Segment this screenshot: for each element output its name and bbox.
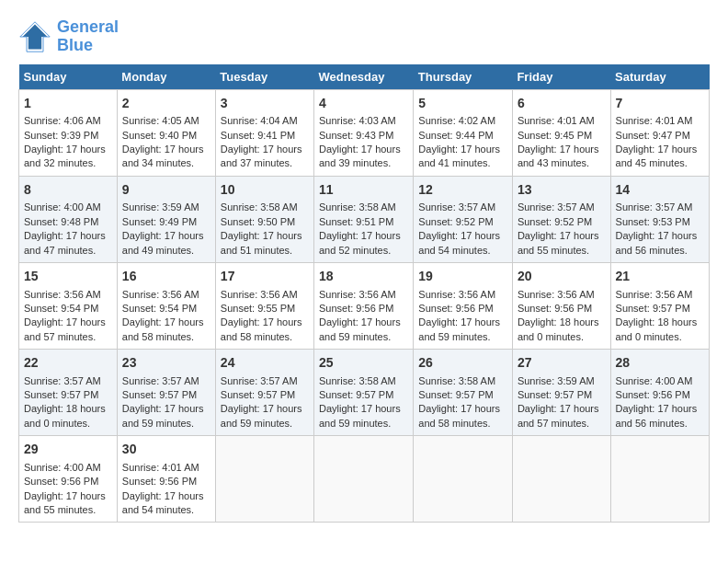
daylight: Daylight: 18 hours and 0 minutes. — [616, 316, 698, 341]
daylight: Daylight: 17 hours and 58 minutes. — [418, 403, 500, 428]
calendar-cell: 26Sunrise: 3:58 AMSunset: 9:57 PMDayligh… — [414, 350, 513, 436]
daylight: Daylight: 17 hours and 34 minutes. — [122, 144, 204, 168]
sunrise: Sunrise: 3:56 AM — [616, 289, 693, 300]
daylight: Daylight: 17 hours and 59 minutes. — [418, 316, 500, 341]
day-number: 1 — [24, 95, 112, 113]
calendar-cell: 23Sunrise: 3:57 AMSunset: 9:57 PMDayligh… — [117, 350, 215, 436]
daylight: Daylight: 17 hours and 59 minutes. — [122, 403, 204, 428]
sunset: Sunset: 9:51 PM — [319, 216, 393, 227]
day-number: 4 — [319, 95, 408, 113]
daylight: Daylight: 17 hours and 43 minutes. — [518, 144, 599, 168]
week-row-4: 22Sunrise: 3:57 AMSunset: 9:57 PMDayligh… — [19, 350, 710, 436]
day-number: 16 — [122, 268, 210, 286]
sunset: Sunset: 9:56 PM — [616, 389, 690, 400]
calendar-cell: 15Sunrise: 3:56 AMSunset: 9:54 PMDayligh… — [19, 262, 118, 349]
daylight: Daylight: 17 hours and 47 minutes. — [24, 230, 106, 255]
sunrise: Sunrise: 3:58 AM — [319, 201, 396, 213]
sunrise: Sunrise: 4:04 AM — [221, 115, 298, 126]
daylight: Daylight: 17 hours and 59 minutes. — [221, 403, 302, 428]
day-number: 29 — [24, 441, 112, 459]
week-row-2: 8Sunrise: 4:00 AMSunset: 9:48 PMDaylight… — [19, 176, 710, 262]
day-number: 18 — [319, 268, 408, 286]
calendar-cell — [313, 436, 413, 523]
sunset: Sunset: 9:57 PM — [221, 389, 295, 400]
calendar-cell — [512, 436, 610, 523]
week-row-1: 1Sunrise: 4:06 AMSunset: 9:39 PMDaylight… — [19, 89, 710, 176]
sunset: Sunset: 9:47 PM — [616, 130, 690, 141]
calendar-cell: 6Sunrise: 4:01 AMSunset: 9:45 PMDaylight… — [512, 89, 610, 176]
sunset: Sunset: 9:50 PM — [221, 216, 295, 227]
calendar-cell: 17Sunrise: 3:56 AMSunset: 9:55 PMDayligh… — [215, 262, 313, 349]
col-header-wednesday: Wednesday — [313, 64, 413, 90]
logo-text: General Blue — [57, 18, 119, 55]
calendar-cell: 20Sunrise: 3:56 AMSunset: 9:56 PMDayligh… — [512, 262, 610, 349]
sunrise: Sunrise: 4:05 AM — [122, 115, 199, 126]
sunset: Sunset: 9:54 PM — [24, 303, 98, 314]
sunset: Sunset: 9:56 PM — [24, 476, 98, 487]
col-header-sunday: Sunday — [19, 64, 118, 90]
calendar-cell: 8Sunrise: 4:00 AMSunset: 9:48 PMDaylight… — [19, 176, 118, 262]
day-number: 13 — [518, 181, 606, 200]
calendar-cell: 1Sunrise: 4:06 AMSunset: 9:39 PMDaylight… — [19, 89, 118, 176]
sunrise: Sunrise: 4:03 AM — [319, 115, 396, 126]
sunset: Sunset: 9:57 PM — [518, 389, 592, 400]
calendar-cell: 3Sunrise: 4:04 AMSunset: 9:41 PMDaylight… — [215, 89, 313, 176]
logo: General Blue — [18, 18, 119, 55]
sunrise: Sunrise: 3:56 AM — [221, 289, 298, 300]
sunset: Sunset: 9:57 PM — [418, 389, 493, 400]
header: General Blue — [18, 18, 710, 55]
day-number: 2 — [122, 95, 210, 113]
sunset: Sunset: 9:55 PM — [221, 303, 295, 314]
day-number: 9 — [122, 181, 210, 200]
daylight: Daylight: 18 hours and 0 minutes. — [518, 316, 599, 341]
day-number: 25 — [319, 354, 408, 373]
daylight: Daylight: 17 hours and 56 minutes. — [616, 230, 698, 255]
day-number: 6 — [518, 95, 606, 113]
calendar-cell: 22Sunrise: 3:57 AMSunset: 9:57 PMDayligh… — [19, 350, 118, 436]
day-number: 11 — [319, 181, 408, 200]
calendar-cell: 4Sunrise: 4:03 AMSunset: 9:43 PMDaylight… — [313, 89, 413, 176]
calendar-table: SundayMondayTuesdayWednesdayThursdayFrid… — [18, 64, 710, 523]
sunrise: Sunrise: 4:00 AM — [24, 462, 101, 473]
sunset: Sunset: 9:57 PM — [616, 303, 690, 314]
daylight: Daylight: 17 hours and 55 minutes. — [24, 490, 106, 515]
calendar-cell: 27Sunrise: 3:59 AMSunset: 9:57 PMDayligh… — [512, 350, 610, 436]
col-header-friday: Friday — [512, 64, 610, 90]
sunrise: Sunrise: 3:58 AM — [319, 375, 396, 386]
sunset: Sunset: 9:56 PM — [319, 303, 393, 314]
sunset: Sunset: 9:56 PM — [518, 303, 592, 314]
sunset: Sunset: 9:41 PM — [221, 130, 295, 141]
sunrise: Sunrise: 3:56 AM — [24, 289, 101, 300]
daylight: Daylight: 17 hours and 41 minutes. — [418, 144, 500, 168]
calendar-cell: 19Sunrise: 3:56 AMSunset: 9:56 PMDayligh… — [414, 262, 513, 349]
calendar-cell — [414, 436, 513, 523]
day-number: 17 — [221, 268, 309, 286]
sunset: Sunset: 9:48 PM — [24, 216, 98, 227]
logo-icon — [18, 20, 51, 53]
day-number: 20 — [518, 268, 606, 286]
calendar-cell: 12Sunrise: 3:57 AMSunset: 9:52 PMDayligh… — [414, 176, 513, 262]
daylight: Daylight: 17 hours and 32 minutes. — [24, 144, 106, 168]
daylight: Daylight: 17 hours and 54 minutes. — [122, 490, 204, 515]
daylight: Daylight: 18 hours and 0 minutes. — [24, 403, 106, 428]
sunrise: Sunrise: 4:01 AM — [518, 115, 595, 126]
daylight: Daylight: 17 hours and 54 minutes. — [418, 230, 500, 255]
calendar-cell: 2Sunrise: 4:05 AMSunset: 9:40 PMDaylight… — [117, 89, 215, 176]
sunrise: Sunrise: 3:56 AM — [122, 289, 199, 300]
calendar-cell: 25Sunrise: 3:58 AMSunset: 9:57 PMDayligh… — [313, 350, 413, 436]
day-number: 12 — [418, 181, 507, 200]
calendar-cell: 21Sunrise: 3:56 AMSunset: 9:57 PMDayligh… — [610, 262, 709, 349]
calendar-cell: 30Sunrise: 4:01 AMSunset: 9:56 PMDayligh… — [117, 436, 215, 523]
col-header-tuesday: Tuesday — [215, 64, 313, 90]
calendar-cell: 9Sunrise: 3:59 AMSunset: 9:49 PMDaylight… — [117, 176, 215, 262]
sunrise: Sunrise: 3:57 AM — [24, 375, 101, 386]
sunset: Sunset: 9:57 PM — [24, 389, 98, 400]
sunset: Sunset: 9:54 PM — [122, 303, 197, 314]
sunrise: Sunrise: 3:56 AM — [518, 289, 595, 300]
daylight: Daylight: 17 hours and 37 minutes. — [221, 144, 302, 168]
col-header-saturday: Saturday — [610, 64, 709, 90]
calendar-cell — [215, 436, 313, 523]
sunset: Sunset: 9:53 PM — [616, 216, 690, 227]
calendar-cell: 24Sunrise: 3:57 AMSunset: 9:57 PMDayligh… — [215, 350, 313, 436]
sunset: Sunset: 9:52 PM — [418, 216, 493, 227]
